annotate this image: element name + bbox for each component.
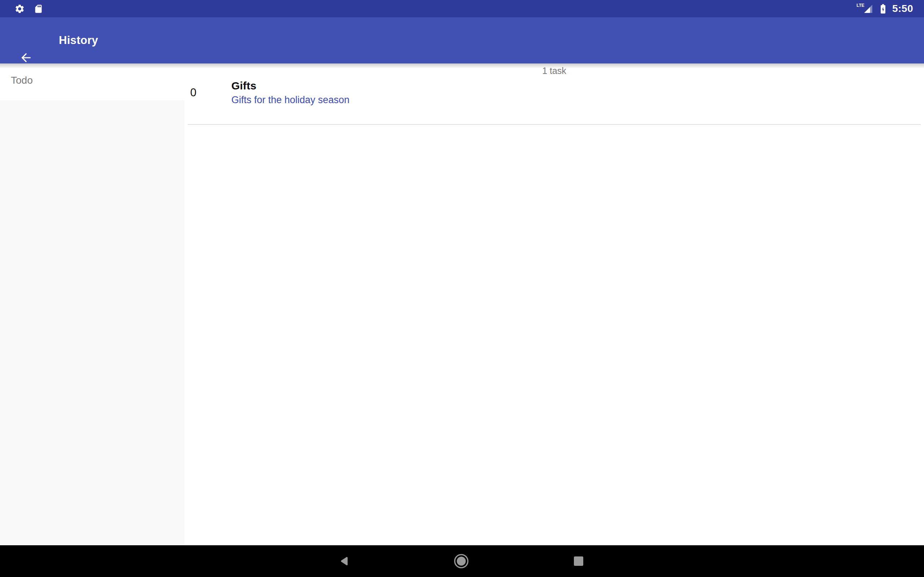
history-item-count: 0 bbox=[190, 86, 196, 100]
sidebar-header-todo[interactable]: Todo bbox=[11, 74, 33, 87]
clock-time: 5:50 bbox=[892, 0, 913, 17]
battery-charging-icon bbox=[877, 3, 888, 15]
app-bar: History bbox=[0, 17, 924, 63]
nav-recents-button[interactable] bbox=[568, 550, 590, 572]
nav-recents-icon bbox=[573, 556, 584, 566]
nav-back-icon bbox=[339, 555, 351, 567]
history-item-list-link[interactable]: Gifts for the holiday season bbox=[231, 94, 349, 106]
arrow-back-icon bbox=[19, 51, 33, 64]
sd-card-icon bbox=[34, 4, 43, 14]
sidebar-panel bbox=[0, 100, 184, 545]
page-title: History bbox=[59, 17, 98, 63]
cellular-signal-icon: LTE bbox=[856, 0, 874, 17]
screen: LTE 5:50 History bbox=[0, 0, 924, 577]
back-button[interactable] bbox=[16, 48, 36, 67]
nav-home-button[interactable] bbox=[451, 550, 472, 572]
settings-icon bbox=[15, 3, 25, 14]
list-divider bbox=[188, 124, 921, 125]
status-bar-left-icons bbox=[15, 0, 43, 17]
android-navigation-bar bbox=[0, 545, 924, 577]
history-item-title: Gifts bbox=[231, 79, 256, 93]
status-bar: LTE 5:50 bbox=[0, 0, 924, 17]
status-bar-right: LTE 5:50 bbox=[856, 0, 913, 17]
nav-back-button[interactable] bbox=[334, 550, 356, 572]
nav-home-icon bbox=[454, 554, 469, 569]
task-count-label: 1 task bbox=[184, 65, 924, 76]
